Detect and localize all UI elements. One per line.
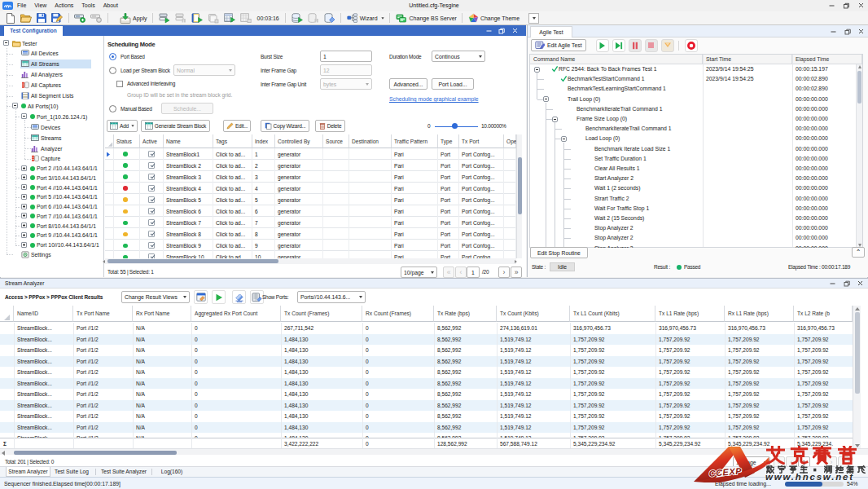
sa-column-tx-l1-rate-bps-[interactable]: Tx L1 Rate (bps) <box>655 306 725 322</box>
change-result-views-select[interactable]: Change Result Views <box>121 291 190 303</box>
agile-vscrollbar[interactable] <box>856 64 862 248</box>
tree-item-all-analyzers[interactable]: All Analyzers <box>0 70 103 80</box>
agile-pause-button[interactable] <box>629 39 642 52</box>
agile-command-row[interactable]: BechmarkTestLearningStartCommand 100:00:… <box>530 84 856 94</box>
sa-clear-button[interactable] <box>232 290 246 304</box>
stream-table-vscroll-thumb[interactable] <box>518 157 522 214</box>
agile-command-row[interactable]: Benchmark Iterate Load Size 100:00:00.00… <box>530 144 856 154</box>
tree-item-settings[interactable]: Settings <box>0 249 103 259</box>
tree-expander-collapsed[interactable] <box>21 242 27 248</box>
tree-expander-expanded[interactable] <box>3 40 9 46</box>
agile-drop-button[interactable] <box>661 39 674 52</box>
column-header-tags[interactable]: Tags <box>213 134 252 148</box>
ifg-unit-select[interactable]: bytes <box>320 78 372 90</box>
tree-expander-collapsed[interactable] <box>21 165 27 171</box>
tree-expander-collapsed[interactable] <box>21 204 27 209</box>
column-header-type[interactable]: Type <box>438 134 459 148</box>
load-slider-handle[interactable] <box>452 123 458 129</box>
tree-item-all-captures[interactable]: All Captures <box>0 81 103 90</box>
tree-expander-collapsed[interactable] <box>21 213 27 218</box>
column-header-tx-port[interactable]: Tx Port <box>459 134 504 148</box>
column-header-active[interactable]: Active <box>140 134 164 148</box>
sa-column-rx-count-frames-[interactable]: Rx Count (Frames) <box>362 306 434 322</box>
sa-vscrollbar[interactable] <box>853 306 861 449</box>
edit-agile-test-button[interactable]: Edit Agile Test <box>531 39 586 51</box>
bottom-tab-test-suite-analyzer[interactable]: Test Suite Analyzer <box>98 467 150 477</box>
bottom-tab-log-160-[interactable]: Log(160) <box>154 467 190 477</box>
stream-table-row[interactable]: StreamBlock 5Click to ad...5generatorPar… <box>105 194 516 205</box>
sa-column-tx-port-name[interactable]: Tx Port Name <box>73 306 133 322</box>
left-dock-minimize-button[interactable] <box>482 26 495 36</box>
sa-column-rx-port-name[interactable]: Rx Port Name <box>133 306 191 322</box>
burst-size-input[interactable]: 1 <box>320 51 372 62</box>
menu-tools[interactable]: Tools <box>77 0 99 11</box>
connect-chassis-button[interactable] <box>72 12 87 24</box>
port-based-radio[interactable] <box>109 53 116 60</box>
tree-item-port-8-10-44-143-64-1-1[interactable]: Port 8//10.44.143.64/1/1 <box>0 221 103 231</box>
tree-expander-collapsed[interactable] <box>21 184 27 190</box>
active-checkbox[interactable] <box>148 162 155 169</box>
stream-table-row[interactable]: StreamBlock 8Click to ad...8generatorPar… <box>105 228 516 240</box>
agile-expander-expanded[interactable] <box>543 96 549 102</box>
tree-item-tester[interactable]: Tester <box>0 38 103 48</box>
save-config-button[interactable] <box>35 12 48 24</box>
menu-view[interactable]: View <box>30 0 50 11</box>
apply-button[interactable]: Apply <box>118 12 149 24</box>
tree-item-port-7-10-44-143-64-1-1[interactable]: Port 7 //10.44.143.64/1/1 <box>0 211 103 221</box>
active-checkbox[interactable] <box>148 208 155 214</box>
agile-minimize-button[interactable] <box>826 26 840 37</box>
clear-results-button[interactable] <box>322 12 337 24</box>
tree-item-all-devices[interactable]: All Devices <box>0 49 103 59</box>
stream-table-row[interactable]: StreamBlock 9Click to ad...9generatorPar… <box>105 240 516 251</box>
sa-maximize-button[interactable] <box>840 278 853 289</box>
active-checkbox[interactable] <box>148 242 155 249</box>
start-capture-button[interactable] <box>222 12 237 24</box>
agile-command-row[interactable]: BenchmarkIterateTrail Command 100:00:00.… <box>530 104 856 114</box>
active-checkbox[interactable] <box>148 174 155 180</box>
window-maximize-button[interactable] <box>839 0 853 11</box>
last-page-button[interactable]: » <box>511 267 522 278</box>
stream-scroll-right-icon[interactable] <box>515 260 517 263</box>
agile-command-row[interactable]: Frame Size Loop (0)00:00:00.000 <box>530 114 856 124</box>
agile-command-row[interactable]: Stop Analyzer 200:00:00.000 <box>530 223 856 233</box>
sa-column-tx-count-kbits-[interactable]: Tx Count (Kbits) <box>497 306 570 322</box>
first-page-button[interactable]: « <box>443 267 454 278</box>
add-stream-button[interactable]: Add <box>107 120 138 132</box>
open-config-button[interactable] <box>19 12 33 24</box>
sa-scroll-left-icon[interactable] <box>2 451 5 456</box>
agile-stop-button[interactable] <box>645 39 658 52</box>
tree-item-all-streams[interactable]: All Streams <box>0 59 103 69</box>
agile-command-row[interactable]: Wait 1 (2 seconds)00:00:00.000 <box>530 183 856 193</box>
sa-minimize-button[interactable] <box>826 278 840 289</box>
sa-scroll-up-icon[interactable] <box>855 307 860 311</box>
tree-expander-expanded[interactable] <box>12 103 18 108</box>
page-size-select[interactable]: 10/page <box>401 267 437 278</box>
manual-based-radio[interactable] <box>109 105 116 112</box>
active-checkbox[interactable] <box>148 196 155 203</box>
pause-results-button[interactable] <box>306 12 321 24</box>
generate-stream-block-button[interactable]: Generate Stream Block <box>141 120 210 132</box>
window-close-button[interactable] <box>853 0 868 11</box>
stream-table-hscroll-thumb[interactable] <box>107 259 278 263</box>
stream-table-hscrollbar[interactable] <box>105 258 516 264</box>
agile-command-row[interactable]: Wait For Traffic Stop 100:00:00.000 <box>530 204 856 214</box>
tree-item-port-4-10-44-143-64-1-1[interactable]: Port 4 //10.44.143.64/1/1 <box>0 183 103 192</box>
tree-item-all-ports-10[interactable]: All Ports(10) <box>0 101 103 111</box>
start-traffic-button[interactable] <box>190 12 204 24</box>
tab-test-configuration[interactable]: Test Configuration <box>3 25 64 36</box>
agile-run-button[interactable] <box>596 39 609 52</box>
agile-expander-expanded[interactable] <box>552 117 558 122</box>
column-header-oper[interactable]: Oper <box>504 134 516 148</box>
tree-item-analyzer[interactable]: Analyzer <box>0 143 103 153</box>
load-mode-select[interactable]: Normal <box>173 64 235 76</box>
active-checkbox[interactable] <box>148 219 155 226</box>
change-bs-server-button[interactable]: Change BS Server <box>394 12 458 24</box>
column-header-index[interactable]: Index <box>252 134 275 148</box>
agile-command-row[interactable]: Strart Traffic 200:00:00.000 <box>530 194 856 204</box>
tree-item-port-10-10-44-143-64-1-1[interactable]: Port 10//10.44.143.64/1/1 <box>0 240 103 250</box>
agile-command-row[interactable]: Stop Analyzer 200:00:00.000 <box>530 233 856 243</box>
left-dock-maximize-button[interactable] <box>495 26 508 36</box>
tree-expander-expanded[interactable] <box>21 113 27 119</box>
agile-command-row[interactable]: BechmarkTestStartCommand 12023/9/14 19:5… <box>530 74 856 84</box>
tree-item-capture[interactable]: Capture <box>0 154 103 164</box>
